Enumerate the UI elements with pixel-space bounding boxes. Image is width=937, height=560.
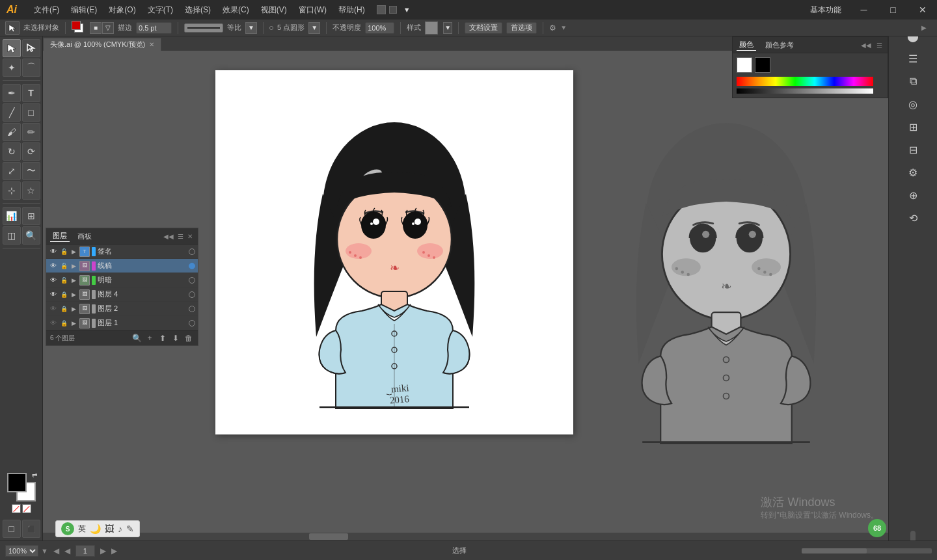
menu-view[interactable]: 视图(V) [256,3,292,17]
layer-name-0[interactable]: 签名 [98,247,187,256]
screen-mode-full[interactable]: ⬛ [22,520,40,538]
magic-wand-tool[interactable]: ✦ [3,59,21,77]
layers-panel-menu[interactable]: ☰ [176,232,185,241]
layer-expand-2[interactable]: ▶ [70,276,77,284]
tab-close-button[interactable]: ✕ [149,41,154,48]
panel-menu[interactable]: ☰ [875,40,884,50]
slice-tool[interactable]: ◫ [3,226,21,245]
doc-settings-button[interactable]: 文档设置 [465,22,502,34]
menu-object[interactable]: 对象(O) [103,3,141,17]
layer-visibility-toggle-4[interactable]: 👁 [49,304,58,313]
horizontal-scrollbar-thumb[interactable] [309,533,348,540]
horizontal-scrollbar[interactable] [43,533,929,540]
fg-bg-swatch[interactable]: ⇄ [7,473,36,501]
layer-expand-5[interactable]: ▶ [70,319,77,327]
layer-visibility-toggle-1[interactable]: 👁 [49,261,58,271]
right-panel-btn-3[interactable]: ☰ [903,48,923,69]
layer-move-up-btn[interactable]: ⬆ [157,333,168,343]
page-number-input[interactable] [75,545,95,557]
close-button[interactable]: ✕ [908,0,937,20]
layer-lock-4[interactable]: 🔒 [60,305,68,313]
layer-lock-2[interactable]: 🔓 [60,276,68,284]
layer-move-down-btn[interactable]: ⬇ [170,333,181,343]
color-bg-swatch[interactable] [755,57,770,73]
screen-mode-normal[interactable]: □ [3,520,21,538]
layer-lock-0[interactable]: 🔓 [60,248,68,256]
layer-expand-0[interactable]: ▶ [70,248,77,256]
line-tool[interactable]: ╱ [3,103,21,122]
layer-name-2[interactable]: 明暗 [98,275,187,285]
pencil-tool[interactable]: ✏ [22,123,40,141]
layer-target-2[interactable] [189,277,195,284]
layer-visibility-toggle-2[interactable]: 👁 [49,276,58,285]
layer-name-1[interactable]: 线稿 [98,261,187,271]
menu-effect[interactable]: 效果(C) [217,3,254,17]
layer-expand-4[interactable]: ▶ [70,305,77,313]
layer-name-3[interactable]: 图层 4 [98,289,187,299]
rect-tool[interactable]: □ [22,103,40,122]
layer-visibility-toggle-0[interactable]: 👁 [49,247,58,256]
right-panel-btn-7[interactable]: ⊟ [903,139,923,160]
layer-expand-1[interactable]: ▶ [70,262,77,270]
column-graph-tool[interactable]: 📊 [3,207,21,225]
pen-tool[interactable]: ✒ [3,84,21,102]
maximize-button[interactable]: □ [878,0,908,20]
lasso-tool[interactable]: ⌒ [22,59,40,77]
layers-panel-close[interactable]: ✕ [186,232,194,241]
scale-tool[interactable]: ⤢ [3,162,21,180]
layer-lock-5[interactable]: 🔒 [60,319,68,327]
layer-name-5[interactable]: 图层 1 [98,318,187,328]
menu-file[interactable]: 文件(F) [29,3,64,17]
menu-select[interactable]: 选择(S) [180,3,216,17]
right-panel-btn-6[interactable]: ⊞ [903,116,923,137]
menu-window[interactable]: 窗口(W) [293,3,332,17]
color-tab[interactable]: 颜色 [737,39,756,51]
layer-name-4[interactable]: 图层 2 [98,304,187,313]
type-tool[interactable]: T [22,84,40,102]
layer-target-1[interactable] [189,263,195,269]
layers-panel-collapse[interactable]: ◀◀ [162,232,175,241]
artboards-tab[interactable]: 画板 [75,231,94,242]
reflect-tool[interactable]: ⟳ [22,142,40,161]
color-gray-bar[interactable] [737,88,873,94]
profile-circle[interactable]: 68 [868,519,886,537]
warp-tool[interactable]: 〜 [22,162,40,180]
layers-tab[interactable]: 图层 [50,230,70,242]
zoom-tool[interactable]: 🔍 [22,226,40,245]
rotate-tool[interactable]: ↻ [3,142,21,161]
layer-expand-3[interactable]: ▶ [70,291,77,299]
layer-search-btn[interactable]: 🔍 [131,333,142,343]
right-panel-btn-8[interactable]: ⚙ [903,162,923,183]
symbol-tool[interactable]: ☆ [22,181,40,200]
canvas-tab-huaxiang[interactable]: 头像.ai @ 100% (CMYK/预览) ✕ [43,38,161,51]
panel-collapse-left[interactable]: ◀◀ [860,40,873,50]
layer-target-5[interactable] [189,320,195,327]
right-panel-btn-10[interactable]: ⟲ [903,207,923,228]
color-fg-swatch[interactable] [737,57,752,73]
color-ref-tab[interactable]: 颜色参考 [763,40,796,51]
free-transform-tool[interactable]: ⊹ [3,181,21,200]
layer-lock-3[interactable]: 🔒 [60,291,68,299]
minimize-button[interactable]: ─ [849,0,878,20]
layer-visibility-toggle-5[interactable]: 👁 [49,319,58,328]
zoom-select[interactable]: 100% 50% 200% [5,545,38,557]
stroke-value-input[interactable] [136,22,172,34]
ime-indicator[interactable]: S 英 🌙 🖼 ♪ ✎ [55,520,140,537]
preferences-button[interactable]: 首选项 [506,22,537,34]
menu-text[interactable]: 文字(T) [143,3,178,17]
layer-target-0[interactable] [189,248,195,255]
right-panel-btn-4[interactable]: ⧉ [903,71,923,92]
layer-lock-1[interactable]: 🔓 [60,262,68,270]
select-tool[interactable] [3,39,21,57]
menu-edit[interactable]: 编辑(E) [66,3,102,17]
paintbrush-tool[interactable]: 🖌 [3,123,21,141]
menu-help[interactable]: 帮助(H) [333,3,370,17]
layer-target-4[interactable] [189,306,195,312]
layer-add-btn[interactable]: + [144,333,155,343]
direct-select-tool[interactable] [22,39,40,57]
artboard-tool[interactable]: ⊞ [22,207,40,225]
right-panel-btn-9[interactable]: ⊕ [903,185,923,206]
right-panel-btn-5[interactable]: ◎ [903,94,923,114]
opacity-input[interactable] [365,22,394,34]
layer-target-3[interactable] [189,291,195,298]
